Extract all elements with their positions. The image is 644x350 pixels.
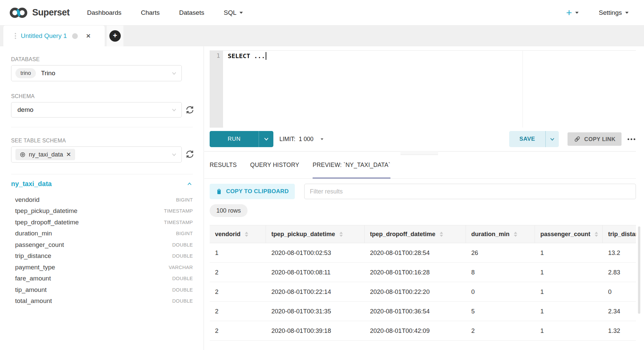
nav-datasets[interactable]: Datasets — [179, 9, 204, 16]
column-type: BIGINT — [176, 197, 193, 203]
column-name: passenger_count — [15, 241, 64, 249]
brand-title: Superset — [32, 7, 70, 18]
results-scrollbar[interactable] — [638, 226, 640, 314]
save-options-button[interactable] — [545, 131, 559, 147]
cell: 1 — [210, 243, 266, 263]
resize-handle[interactable] — [400, 153, 438, 155]
query-tab-active[interactable]: Untitled Query 1 ✕ — [3, 26, 105, 46]
column-list: vendoridBIGINT tpep_pickup_datetimeTIMES… — [15, 194, 193, 307]
sql-code-line[interactable]: SELECT ... — [228, 52, 266, 60]
text-cursor — [266, 52, 266, 60]
sort-icon[interactable] — [339, 232, 343, 237]
table-header-row: vendorid tpep_pickup_datetime tpep_dropo… — [210, 225, 636, 243]
save-button[interactable]: SAVE — [509, 131, 545, 147]
chevron-up-icon[interactable] — [186, 181, 193, 187]
sidebar-divider — [11, 174, 193, 174]
cell: 2020-08-01T00:02:53 — [266, 243, 365, 263]
cell: 2.34 — [603, 302, 636, 321]
sort-icon[interactable] — [514, 232, 517, 237]
header-vendorid[interactable]: vendorid — [210, 225, 266, 243]
refresh-icon — [185, 105, 195, 115]
sort-icon[interactable] — [440, 232, 443, 237]
main-nav: Dashboards Charts Datasets SQL — [87, 9, 243, 16]
header-trip-distance[interactable]: trip_distance — [603, 225, 636, 243]
copy-link-button[interactable]: COPY LINK — [568, 132, 622, 146]
sort-icon[interactable] — [245, 232, 248, 237]
schema-select[interactable]: demo — [11, 102, 182, 118]
clipboard-icon — [216, 188, 222, 195]
cell: 2 — [210, 321, 266, 341]
new-item-menu[interactable]: + — [566, 8, 579, 18]
column-name: total_amount — [15, 297, 52, 305]
nav-sql-menu[interactable]: SQL — [224, 9, 243, 16]
header-duration[interactable]: duration_min — [466, 225, 535, 243]
column-name: tip_amount — [15, 286, 47, 294]
results-actions: COPY TO CLIPBOARD — [210, 183, 636, 200]
results-tab-strip: RESULTS QUERY HISTORY PREVIEW: `NY_TAXI_… — [210, 152, 390, 179]
sql-code-editor[interactable]: 1 SELECT ... — [210, 50, 636, 128]
refresh-tables-button[interactable] — [185, 149, 195, 159]
run-options-button[interactable] — [259, 131, 273, 147]
header-dropoff[interactable]: tpep_dropoff_datetime — [365, 225, 466, 243]
cell: 0 — [603, 282, 636, 302]
chevron-down-icon — [171, 106, 177, 113]
remove-table-icon[interactable]: ✕ — [66, 151, 71, 158]
sort-icon[interactable] — [595, 232, 598, 237]
table-row: 2 2020-08-01T00:39:18 2020-08-01T00:42:0… — [210, 321, 636, 341]
run-split-button[interactable]: RUN — [210, 131, 273, 147]
cell: 1 — [535, 321, 603, 341]
top-navbar: Superset Dashboards Charts Datasets SQL … — [0, 0, 644, 26]
superset-logo-icon — [9, 7, 29, 18]
line-number: 1 — [216, 52, 220, 59]
header-label: duration_min — [471, 231, 509, 238]
add-tab-icon[interactable]: + — [109, 30, 121, 42]
editor-print-margin — [523, 51, 523, 128]
run-button[interactable]: RUN — [210, 131, 259, 147]
toolbar-right: SAVE COPY LINK — [509, 131, 636, 147]
drag-handle-icon[interactable] — [15, 33, 16, 39]
tab-preview[interactable]: PREVIEW: `NY_TAXI_DATA` — [313, 152, 390, 179]
header-label: vendorid — [215, 231, 240, 238]
nav-charts[interactable]: Charts — [141, 9, 160, 16]
schema-label: SCHEMA — [11, 93, 35, 99]
refresh-schemas-button[interactable] — [185, 105, 195, 115]
caret-down-icon — [625, 12, 629, 14]
table-schema-header[interactable]: ny_taxi_data — [11, 180, 193, 188]
cell: 2020-08-01T00:08:11 — [266, 263, 365, 282]
cell: 2020-08-01T00:31:35 — [266, 302, 365, 321]
limit-dropdown[interactable]: LIMIT: 1 000 — [279, 136, 323, 143]
settings-menu[interactable]: Settings — [599, 9, 629, 16]
cell: 2.83 — [603, 263, 636, 282]
cell: 1 — [535, 263, 603, 282]
close-tab-icon[interactable]: ✕ — [86, 33, 91, 40]
save-split-button[interactable]: SAVE — [509, 131, 559, 147]
nav-dashboards[interactable]: Dashboards — [87, 9, 121, 16]
header-passenger[interactable]: passenger_count — [535, 225, 603, 243]
column-row: passenger_countDOUBLE — [15, 239, 193, 251]
sql-lab-sidebar: DATABASE trino Trino SCHEMA demo SEE TAB — [0, 46, 204, 350]
more-actions-button[interactable] — [627, 136, 636, 142]
database-select[interactable]: trino Trino — [11, 65, 182, 81]
table-schema-select[interactable]: ny_taxi_data ✕ — [11, 146, 182, 163]
chevron-down-icon — [171, 151, 177, 158]
tab-results[interactable]: RESULTS — [210, 152, 237, 179]
column-type: DOUBLE — [172, 242, 193, 248]
cell: 2020-08-01T00:28:54 — [365, 243, 466, 263]
header-label: tpep_dropoff_datetime — [370, 231, 435, 238]
caret-down-icon — [575, 12, 579, 14]
superset-brand[interactable]: Superset — [9, 7, 70, 18]
cell: 2020-08-01T00:39:18 — [266, 321, 365, 341]
sql-code-text: SELECT ... — [228, 52, 265, 59]
table-row: 2 2020-08-01T00:08:11 2020-08-01T00:16:2… — [210, 263, 636, 282]
new-query-tab[interactable]: + — [107, 26, 123, 46]
row-count-badge: 100 rows — [210, 204, 248, 217]
cell: 2020-08-01T00:16:28 — [365, 263, 466, 282]
limit-value: 1 000 — [299, 136, 314, 143]
tab-query-history[interactable]: QUERY HISTORY — [250, 152, 299, 179]
cell: 13.2 — [603, 243, 636, 263]
filter-results-input[interactable] — [304, 184, 636, 199]
copy-to-clipboard-button[interactable]: COPY TO CLIPBOARD — [210, 184, 295, 199]
cell: 2020-08-01T00:22:20 — [365, 282, 466, 302]
column-type: TIMESTAMP — [164, 220, 193, 225]
header-pickup[interactable]: tpep_pickup_datetime — [266, 225, 365, 243]
